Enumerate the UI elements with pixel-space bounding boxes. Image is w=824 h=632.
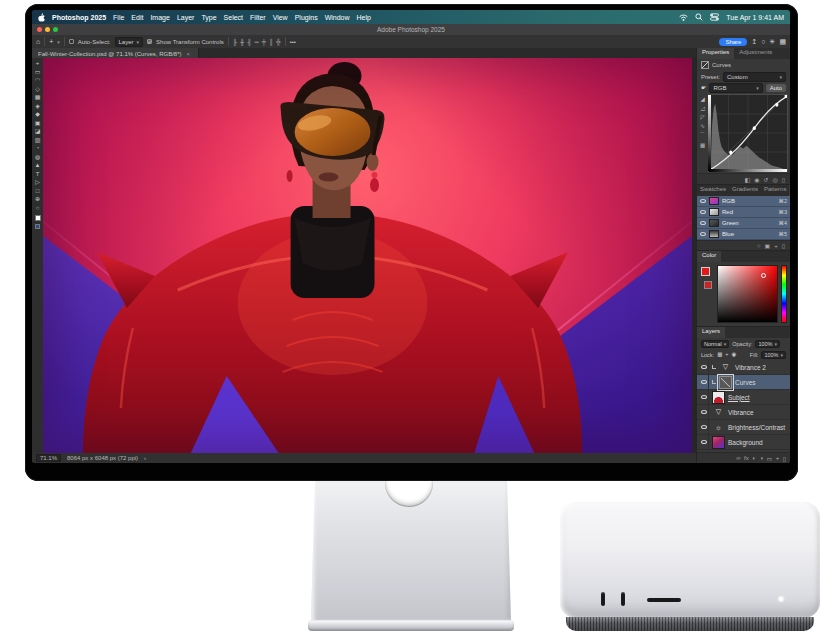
menu-edit[interactable]: Edit: [131, 14, 143, 21]
visibility-column[interactable]: [699, 390, 709, 404]
workspace-icon[interactable]: ▦: [779, 38, 786, 45]
menu-type[interactable]: Type: [201, 14, 216, 21]
visibility-eye-icon[interactable]: [701, 425, 707, 429]
color-picker-ring[interactable]: [761, 273, 766, 278]
control-center-icon[interactable]: [710, 13, 719, 21]
new-group-icon[interactable]: ▭: [767, 455, 773, 462]
opacity-dropdown[interactable]: 100% ▾: [755, 340, 780, 348]
black-point-eyedropper-icon[interactable]: ◢: [700, 96, 704, 102]
path-select-tool[interactable]: ▷: [35, 179, 40, 185]
layer-name[interactable]: Vibrance 2: [735, 364, 766, 371]
layer-row-brightness[interactable]: ☼ Brightness/Contrast: [697, 420, 790, 435]
auto-select-target-dropdown[interactable]: Layer ▾: [115, 37, 144, 47]
visibility-column[interactable]: [699, 405, 709, 419]
hue-slider[interactable]: [781, 265, 787, 323]
channel-row-red[interactable]: Red ⌘3: [697, 207, 790, 218]
visibility-eye-icon[interactable]: [700, 221, 706, 225]
save-selection-icon[interactable]: ▣: [765, 242, 771, 249]
gray-point-eyedropper-icon[interactable]: ◿: [700, 105, 704, 111]
new-layer-icon[interactable]: +: [776, 455, 780, 461]
channel-dropdown[interactable]: RGB ▾: [709, 83, 762, 93]
visibility-icon[interactable]: ◎: [772, 176, 777, 183]
move-tool[interactable]: +: [36, 60, 40, 66]
align-bottom-icon[interactable]: ║: [269, 39, 273, 45]
clip-to-layer-icon[interactable]: ◧: [744, 176, 750, 183]
targeted-adjustment-icon[interactable]: ☛: [701, 85, 706, 91]
channel-row-blue[interactable]: Blue ⌘5: [697, 229, 790, 240]
visibility-eye-icon[interactable]: [701, 380, 707, 384]
foreground-color-swatch[interactable]: [35, 215, 41, 221]
layer-row-subject[interactable]: Subject: [697, 390, 790, 405]
align-middle-icon[interactable]: ╪: [262, 39, 266, 45]
status-chevron-icon[interactable]: ›: [144, 455, 146, 461]
cloud-upload-icon[interactable]: ↥: [751, 38, 757, 45]
close-tab-icon[interactable]: ×: [186, 51, 190, 57]
show-transform-checkbox[interactable]: ✓: [147, 39, 152, 44]
visibility-eye-icon[interactable]: [700, 210, 706, 214]
lock-position-icon[interactable]: +: [725, 352, 728, 358]
saturation-picker[interactable]: [717, 265, 778, 323]
new-channel-icon[interactable]: +: [774, 243, 778, 249]
menu-window[interactable]: Window: [325, 14, 350, 21]
menu-filter[interactable]: Filter: [250, 14, 266, 21]
delete-icon[interactable]: ▯: [782, 176, 785, 183]
more-options-icon[interactable]: •••: [290, 39, 296, 45]
tab-color[interactable]: Color: [697, 251, 721, 262]
wifi-icon[interactable]: [679, 14, 688, 21]
search-icon[interactable]: [695, 13, 703, 21]
background-color-swatch[interactable]: [35, 224, 40, 229]
visibility-eye-icon[interactable]: [700, 232, 706, 236]
brush-tool[interactable]: ◆: [35, 111, 40, 117]
zoom-tool[interactable]: ○: [36, 205, 40, 211]
align-top-icon[interactable]: ═: [255, 39, 259, 45]
smooth-curve-icon[interactable]: ⌒: [700, 132, 706, 139]
marquee-tool[interactable]: ▭: [35, 69, 41, 75]
visibility-eye-icon[interactable]: [700, 199, 706, 203]
curves-graph[interactable]: [708, 94, 788, 172]
apple-menu-icon[interactable]: [38, 13, 45, 22]
visibility-column[interactable]: [699, 435, 709, 449]
share-button[interactable]: Share: [719, 38, 747, 46]
menu-file[interactable]: File: [113, 14, 124, 21]
tab-gradients[interactable]: Gradients: [729, 185, 761, 196]
type-tool[interactable]: T: [36, 171, 40, 177]
layer-effects-icon[interactable]: fx: [744, 455, 749, 461]
zoom-level-field[interactable]: 71.1%: [36, 454, 61, 462]
menu-plugins[interactable]: Plugins: [295, 14, 318, 21]
align-right-icon[interactable]: ╢: [247, 39, 251, 45]
distribute-icon[interactable]: ╬: [276, 39, 280, 45]
clone-stamp-tool[interactable]: ▣: [35, 120, 41, 126]
layer-name[interactable]: Curves: [735, 379, 756, 386]
layer-name[interactable]: Background: [728, 439, 763, 446]
layer-name[interactable]: Brightness/Contrast: [728, 424, 785, 431]
align-left-icon[interactable]: ╟: [233, 39, 237, 45]
dodge-tool[interactable]: ◍: [35, 154, 40, 160]
curves-adjustment-thumbnail[interactable]: [719, 376, 732, 389]
adjustment-layer-icon[interactable]: ◑: [759, 455, 763, 461]
visibility-column[interactable]: [699, 375, 709, 389]
lock-all-icon[interactable]: ◉: [732, 352, 737, 358]
visibility-eye-icon[interactable]: [701, 410, 707, 414]
preset-dropdown[interactable]: Custom ▾: [723, 72, 786, 82]
shape-tool[interactable]: □: [36, 188, 40, 194]
previous-state-icon[interactable]: ◉: [754, 176, 759, 183]
layer-name[interactable]: Vibrance: [728, 409, 754, 416]
visibility-column[interactable]: [699, 360, 709, 374]
channel-row-green[interactable]: Green ⌘4: [697, 218, 790, 229]
tool-preset-caret-icon[interactable]: ▾: [57, 39, 60, 45]
tab-layers[interactable]: Layers: [697, 327, 725, 338]
align-center-h-icon[interactable]: ╫: [240, 39, 244, 45]
tab-swatches[interactable]: Swatches: [697, 185, 729, 196]
hand-tool[interactable]: ⊕: [35, 196, 40, 202]
layer-row-vibrance2[interactable]: ▽ Vibrance 2: [697, 360, 790, 375]
delete-channel-icon[interactable]: ▯: [782, 242, 785, 249]
background-color[interactable]: [704, 281, 712, 289]
layer-row-background[interactable]: Background: [697, 435, 790, 450]
lock-transparency-icon[interactable]: ▦: [717, 352, 722, 358]
menu-app-name[interactable]: Photoshop 2025: [52, 14, 106, 21]
crop-tool[interactable]: ▦: [35, 94, 41, 100]
visibility-column[interactable]: [699, 420, 709, 434]
draw-curve-icon[interactable]: ∿: [700, 123, 705, 129]
menu-select[interactable]: Select: [224, 14, 243, 21]
lasso-tool[interactable]: ◠: [35, 77, 40, 83]
